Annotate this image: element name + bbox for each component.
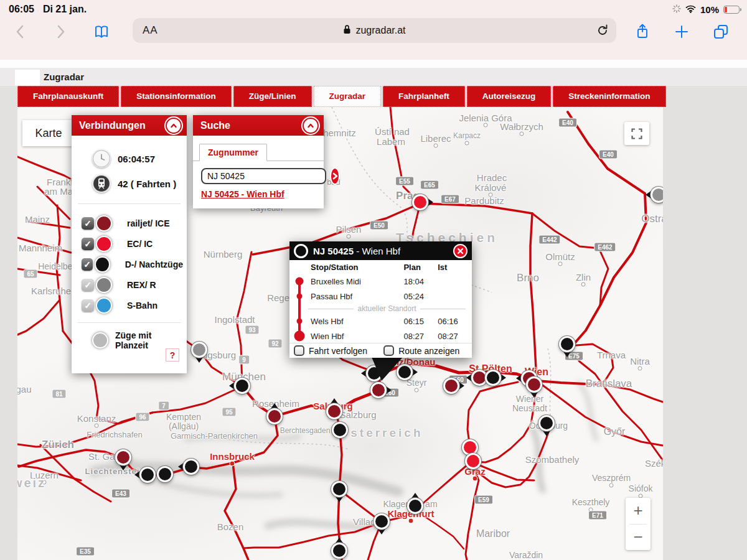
train-marker[interactable] (183, 459, 199, 475)
checkbox-label: Fahrt verfolgen (309, 346, 367, 356)
train-marker[interactable] (407, 498, 423, 514)
train-marker[interactable] (651, 187, 663, 203)
nav-tab-fahrplanauskunft[interactable]: Fahrplanauskunft (17, 86, 119, 107)
stop-row: Passau Hbf05:24 (289, 289, 472, 304)
popup-close-button[interactable] (453, 244, 467, 258)
train-marker[interactable] (191, 342, 207, 358)
map-city-label: Szombathely (525, 454, 580, 465)
stop-plan-time: 08:27 (403, 332, 438, 341)
search-result-link[interactable]: NJ 50425 - Wien Hbf (201, 189, 284, 199)
nav-tab-fahrplanheft[interactable]: Fahrplanheft (383, 86, 465, 107)
filter-checkbox[interactable]: ✓ (82, 217, 94, 230)
train-marker[interactable] (115, 449, 131, 465)
nav-tab-z-ge-linien[interactable]: Züge/Linien (233, 86, 312, 107)
back-button[interactable] (11, 22, 30, 41)
new-tab-button[interactable] (672, 22, 691, 41)
map-city-label: Labem (377, 136, 405, 147)
zoom-in-button[interactable]: + (626, 498, 651, 524)
forward-button[interactable] (51, 22, 70, 41)
checkbox-icon[interactable] (383, 345, 394, 356)
share-button[interactable] (633, 22, 652, 41)
train-dot-icon (266, 408, 283, 424)
train-marker[interactable] (485, 370, 501, 386)
train-marker[interactable] (326, 403, 342, 419)
train-dot-icon (397, 364, 413, 380)
train-dot-icon (115, 449, 131, 465)
train-marker[interactable] (443, 378, 459, 394)
train-marker[interactable] (370, 382, 387, 398)
train-dot-icon (412, 194, 428, 210)
text-size-button[interactable]: AA (143, 24, 158, 37)
nav-tab-zugradar[interactable]: Zugradar (314, 86, 382, 107)
train-marker[interactable] (526, 376, 542, 393)
stop-plan-time: 18:04 (403, 277, 438, 286)
nav-tab-stationsinformation[interactable]: Stationsinformation (121, 86, 232, 107)
trip-count-row: 42 ( Fahrten ) (92, 174, 176, 193)
map-canvas[interactable]: ChemnitzÚstí nadLabemLiberecKarpaczJelen… (17, 107, 663, 560)
address-bar[interactable]: AA zugradar.at (133, 18, 616, 43)
train-marker[interactable] (139, 467, 156, 483)
trip-count: 42 ( Fahrten ) (118, 179, 176, 189)
train-marker[interactable] (538, 415, 555, 431)
train-marker[interactable] (266, 408, 283, 424)
train-marker[interactable] (332, 422, 348, 438)
train-marker[interactable] (331, 543, 347, 559)
checkbox-label: Route anzeigen (398, 346, 459, 356)
bookmarks-icon[interactable] (92, 22, 111, 41)
train-dot-icon (191, 342, 207, 358)
map-city-label: Garmisch-Partenkirchen (171, 431, 258, 441)
map-city-label: gau (17, 384, 32, 394)
train-marker[interactable] (331, 481, 347, 497)
map-city-label: Karlsruhe (31, 286, 71, 296)
train-marker[interactable] (559, 336, 575, 352)
nav-tab-streckeninformation[interactable]: Streckeninformation (553, 86, 665, 107)
timeline-dot-icon (296, 278, 304, 286)
popup-option-fahrt-verfolgen[interactable]: Fahrt verfolgen (294, 345, 367, 356)
verbindungen-collapse-button[interactable] (166, 118, 182, 134)
map-city-label: Liberec (420, 133, 451, 144)
nav-tabs: FahrplanauskunftStationsinformationZüge/… (17, 86, 668, 107)
chevron-up-icon (306, 121, 315, 130)
stop-row: Bruxelles Midi18:04 (289, 274, 472, 289)
browser-chrome: 06:05 Di 21 jan. 10% AA (0, 0, 747, 60)
train-marker[interactable] (465, 453, 481, 469)
train-marker[interactable] (157, 466, 173, 482)
planzeit-circle-icon (92, 332, 108, 348)
train-marker[interactable] (397, 364, 413, 380)
popup-title: NJ 50425 - Wien Hbf (313, 246, 400, 256)
tab-zugnummer[interactable]: Zugnummer (199, 144, 267, 161)
filter-checkbox[interactable]: ✓ (82, 279, 94, 291)
train-marker[interactable] (412, 194, 428, 210)
popup-option-route-anzeigen[interactable]: Route anzeigen (383, 345, 459, 356)
city-dot-icon (581, 282, 586, 287)
checkbox-icon[interactable] (294, 345, 304, 356)
search-go-button[interactable] (331, 169, 339, 184)
timeline-dot-icon (297, 319, 303, 324)
battery-percent: 10% (700, 4, 719, 15)
rail-route (390, 107, 420, 203)
filter-checkbox[interactable]: ✓ (82, 258, 93, 271)
road-badge: E55 (395, 177, 414, 186)
map-city-label: Ingolstadt (214, 314, 255, 325)
tabs-overview-button[interactable] (712, 22, 730, 41)
train-marker[interactable] (374, 513, 390, 530)
nav-tab-autoreisezug[interactable]: Autoreisezug (467, 86, 552, 107)
map-city-label: Wiener (516, 394, 543, 404)
category-color-icon (96, 236, 112, 252)
map-city-label: Pilsen (336, 224, 362, 235)
map-type-button[interactable]: Karte (22, 120, 75, 146)
suche-collapse-button[interactable] (303, 118, 319, 134)
road-badge: E35 (76, 547, 95, 556)
help-button[interactable]: ? (166, 348, 179, 362)
train-number-input[interactable] (201, 168, 326, 184)
fullscreen-button[interactable] (624, 122, 649, 145)
filter-checkbox[interactable]: ✓ (82, 299, 94, 312)
filter-checkbox[interactable]: ✓ (82, 238, 94, 250)
map-city-label: Karpacz (453, 131, 481, 140)
train-marker[interactable] (234, 378, 250, 394)
map-city-label: Zlin (576, 272, 591, 282)
panel-divider (78, 322, 181, 323)
zoom-out-button[interactable]: − (626, 525, 651, 551)
map-city-label: Mannheim (19, 243, 62, 253)
refresh-button[interactable] (596, 24, 609, 39)
